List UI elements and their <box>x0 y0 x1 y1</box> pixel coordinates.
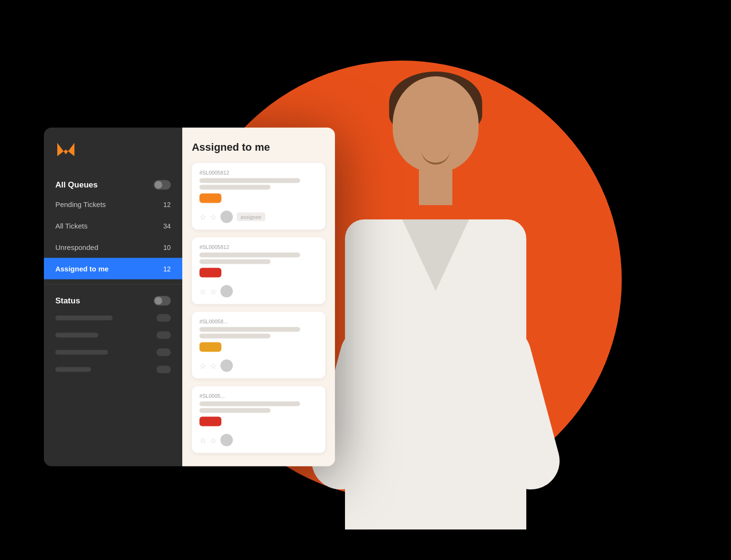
status-bar-4 <box>55 367 91 372</box>
sidebar-item-all-tickets[interactable]: All Tickets 34 <box>44 215 182 237</box>
ticket-title-bar-2 <box>199 253 300 258</box>
star-icon-1a[interactable]: ☆ <box>199 212 206 221</box>
main-ui: All Queues Pending Tickets 12 All Ticket… <box>44 128 335 467</box>
ticket-footer-1: ☆ ☆ assignee <box>199 211 318 223</box>
status-bar-3 <box>55 350 108 355</box>
status-item-3 <box>44 344 182 361</box>
ticket-title-bar-short-1 <box>199 185 271 190</box>
avatar-3 <box>220 360 233 372</box>
ticket-id-4: #SL0005... <box>199 393 318 399</box>
ticket-status-badge-3 <box>199 342 221 352</box>
star-icon-3b[interactable]: ☆ <box>210 361 217 370</box>
status-bar-1 <box>55 316 113 321</box>
sidebar-item-assigned-to-me[interactable]: Assigned to me 12 <box>44 258 182 280</box>
sidebar-item-pending-tickets[interactable]: Pending Tickets 12 <box>44 194 182 215</box>
status-toggle-2[interactable] <box>157 332 171 339</box>
ticket-panel-title: Assigned to me <box>192 141 325 154</box>
assigned-to-me-label: Assigned to me <box>55 265 109 273</box>
star-icon-2a[interactable]: ☆ <box>199 287 206 296</box>
star-icon-4a[interactable]: ☆ <box>199 436 206 445</box>
all-tickets-badge: 34 <box>163 222 171 229</box>
sidebar-item-unresponded[interactable]: Unresponded 10 <box>44 237 182 258</box>
status-item-2 <box>44 327 182 344</box>
status-toggle-btn[interactable] <box>154 296 171 306</box>
status-toggle-3[interactable] <box>157 349 171 356</box>
ticket-panel: Assigned to me #SL0005812 ☆ ☆ assignee #… <box>182 128 335 467</box>
ticket-status-badge-2 <box>199 268 221 278</box>
status-item-4 <box>44 361 182 378</box>
divider <box>44 284 182 285</box>
star-icon-4b[interactable]: ☆ <box>210 436 217 445</box>
ticket-card-2[interactable]: #SL0005812 ☆ ☆ <box>192 238 325 304</box>
all-tickets-label: All Tickets <box>55 222 88 230</box>
ticket-footer-2: ☆ ☆ <box>199 285 318 298</box>
avatar-4 <box>220 434 233 446</box>
sidebar: All Queues Pending Tickets 12 All Ticket… <box>44 128 182 467</box>
pending-tickets-badge: 12 <box>163 200 171 208</box>
status-item-1 <box>44 310 182 327</box>
logo <box>44 141 182 174</box>
assignee-label-1: assignee <box>237 213 265 221</box>
ticket-title-bar-short-4 <box>199 408 271 413</box>
star-icon-2b[interactable]: ☆ <box>210 287 217 296</box>
avatar-1 <box>220 211 233 223</box>
ticket-title-bar-3 <box>199 327 300 332</box>
ticket-card-4[interactable]: #SL0005... ☆ ☆ <box>192 386 325 453</box>
pending-tickets-label: Pending Tickets <box>55 200 106 208</box>
sidebar-section-status[interactable]: Status <box>44 290 182 310</box>
sidebar-section-all-queues[interactable]: All Queues <box>44 174 182 194</box>
all-queues-toggle[interactable] <box>154 180 171 190</box>
ticket-title-bar-1 <box>199 178 300 183</box>
all-queues-label: All Queues <box>55 180 98 190</box>
ticket-card-1[interactable]: #SL0005812 ☆ ☆ assignee <box>192 163 325 230</box>
ticket-footer-3: ☆ ☆ <box>199 360 318 372</box>
status-toggle-1[interactable] <box>157 314 171 322</box>
svg-marker-0 <box>57 143 74 156</box>
assigned-to-me-badge: 12 <box>163 265 171 272</box>
ticket-id-2: #SL0005812 <box>199 244 318 250</box>
unresponded-badge: 10 <box>163 243 171 251</box>
status-label: Status <box>55 296 80 306</box>
star-icon-3a[interactable]: ☆ <box>199 361 206 370</box>
ticket-title-bar-4 <box>199 402 300 406</box>
status-toggle-4[interactable] <box>157 366 171 373</box>
ticket-id-3: #SL00058... <box>199 319 318 324</box>
ticket-title-bar-short-2 <box>199 259 271 264</box>
ticket-id-1: #SL0005812 <box>199 170 318 176</box>
unresponded-label: Unresponded <box>55 243 98 251</box>
avatar-2 <box>220 285 233 298</box>
ticket-status-badge-4 <box>199 417 221 426</box>
status-bar-2 <box>55 333 98 338</box>
ticket-title-bar-short-3 <box>199 334 271 339</box>
star-icon-1b[interactable]: ☆ <box>210 212 217 221</box>
ticket-status-badge-1 <box>199 194 221 203</box>
ticket-card-3[interactable]: #SL00058... ☆ ☆ <box>192 312 325 379</box>
ticket-footer-4: ☆ ☆ <box>199 434 318 446</box>
